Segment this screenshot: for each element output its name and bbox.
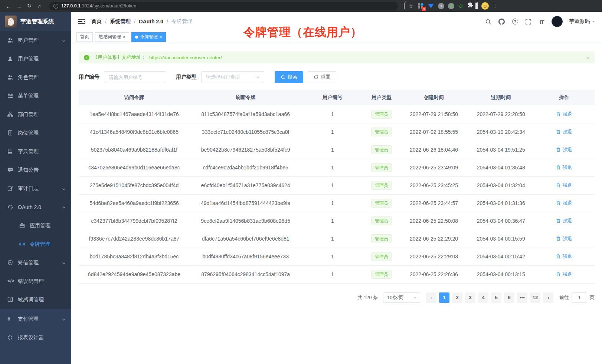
reset-button[interactable]: 重置 [308,71,336,83]
extension-gem-icon[interactable] [428,3,434,9]
force-logout-button[interactable]: 强退 [556,146,572,153]
browser-home-icon[interactable]: ⌂ [35,1,45,11]
user-id-cell: 1 [301,248,363,265]
sidebar-item-oauth-token[interactable]: 令牌管理 [0,235,71,254]
page-button-5[interactable]: 5 [491,292,501,303]
browser-menu-icon[interactable]: ⋮ [493,3,498,9]
sidebar-item-oauth[interactable]: OAuth 2.0 [0,198,71,216]
browser-back-icon[interactable]: ← [4,1,13,11]
username-label: 芋道源码 [569,18,590,25]
browser-forward-icon[interactable]: → [14,1,24,11]
address-bar[interactable]: i 127.0.0.1:1024/system/oauth2/token [49,2,398,10]
page-button-2[interactable]: 2 [452,292,462,303]
page-button-3[interactable]: 3 [465,292,475,303]
app-logo[interactable]: 芋道管理系统 [0,12,71,31]
help-question-icon[interactable]: ? [511,18,518,25]
browser-profile-avatar[interactable]: ☺ [481,2,489,10]
tab-close-icon[interactable]: × [160,34,162,40]
tab-label: 首页 [80,34,89,40]
force-logout-button[interactable]: 强退 [556,218,572,224]
sidebar-item-errcode[interactable]: </>错误码管理 [0,272,71,291]
action-cell: 强退 [534,248,595,265]
extension-circle-icon[interactable]: ✳ [438,3,444,9]
sidebar-item-sensitive[interactable]: 敏感词管理 [0,291,71,309]
search-button[interactable]: 搜索 [275,71,303,83]
sidebar-item-report[interactable]: 报表设计器 [0,328,71,347]
force-logout-button[interactable]: 强退 [556,129,572,135]
sidebar-item-role[interactable]: 角色管理 [0,68,71,87]
alert-doc-link[interactable]: https://doc.iocoder.cn/user-center/ [149,55,222,60]
sidebar-item-dept[interactable]: 部门管理 [0,105,71,124]
user-id-input[interactable] [104,71,166,83]
collapse-sidebar-icon[interactable] [78,19,85,24]
access-token-cell: 54d6be82ee5a460a9aedc1f9bf223656 [79,194,190,212]
annotation-token-management: 令牌管理（在线用户） [243,24,362,40]
sidebar-item-dict[interactable]: 字典管理 [0,142,71,161]
user-type-cell: 管理员 [363,230,399,248]
sidebar-item-sms[interactable]: 短信管理 [0,254,71,272]
sidebar-item-post[interactable]: 岗位管理 [0,124,71,142]
browser-reload-icon[interactable]: ↻ [24,1,34,11]
sidebar-item-menu[interactable]: 菜单管理 [0,87,71,105]
page-size-select[interactable]: 10条/页 [383,292,420,303]
sidebar-item-user[interactable]: 用户管理 [0,50,71,68]
breadcrumb-item[interactable]: 系统管理 [110,18,131,25]
user-type-badge: 管理员 [371,110,392,119]
user-id-cell: 1 [301,105,363,123]
github-icon[interactable] [498,18,505,25]
extension-recorder-icon[interactable] [448,3,454,9]
caret-down-icon [592,20,595,23]
side-panel-icon[interactable] [477,3,478,9]
goto-page-input[interactable] [572,292,587,303]
sidebar-item-notice[interactable]: 通知公告 [0,161,71,179]
tab-sensitive[interactable]: 敏感词管理× [95,32,129,42]
user-avatar[interactable] [552,16,563,27]
bookmark-star-icon[interactable]: ☆ [408,3,413,10]
success-check-icon: ✓ [84,55,89,60]
search-icon[interactable] [485,18,492,25]
extension-tampermonkey-icon[interactable]: 9 [417,3,424,9]
breadcrumb-item[interactable]: 首页 [91,18,102,25]
page-button-4[interactable]: 4 [478,292,488,303]
access-token-cell: f9336e7c7dd242a283ee98dc86b17a87 [79,230,190,248]
force-logout-label: 强退 [562,200,572,206]
alert-close-icon[interactable]: × [586,54,589,61]
goto-suffix: 页 [590,294,595,301]
force-logout-button[interactable]: 强退 [556,111,572,118]
force-logout-button[interactable]: 强退 [556,271,572,278]
extensions-puzzle-icon[interactable] [467,2,473,10]
page-button-1[interactable]: 1 [439,292,449,303]
font-size-icon[interactable]: tT [538,18,545,25]
sidebar-item-pay[interactable]: ¥支付管理 [0,310,71,328]
user-type-select[interactable]: 请选择用户类型 [201,71,264,83]
next-page-button[interactable]: › [543,292,553,303]
extension-star-icon[interactable]: ✩ [458,2,463,10]
user-menu[interactable]: 芋道源码 [569,18,595,25]
url-path: :1024/system/oauth2/token [81,3,136,9]
trash-icon [556,272,561,277]
breadcrumb-item[interactable]: OAuth 2.0 [139,19,163,24]
prev-page-button[interactable]: ‹ [426,292,436,303]
app-briefcase-icon [19,223,25,229]
share-icon[interactable] [404,3,405,9]
tab-token[interactable]: 令牌管理× [131,32,166,42]
sidebar-item-tenant[interactable]: 租户管理 [0,31,71,50]
force-logout-button[interactable]: 强退 [556,182,572,189]
force-logout-button[interactable]: 强退 [556,235,572,242]
force-logout-button[interactable]: 强退 [556,253,572,260]
force-logout-button[interactable]: 强退 [556,200,572,206]
sidebar-item-audit[interactable]: 审计日志 [0,179,71,198]
site-info-icon[interactable]: i [53,4,58,9]
breadcrumb-item: 令牌管理 [171,18,192,25]
sidebar-item-oauth-app[interactable]: 应用管理 [0,216,71,235]
user-id-cell: 1 [301,159,363,176]
tab-home[interactable]: 首页 [76,32,93,42]
breadcrumb-separator: / [167,19,168,24]
fullscreen-icon[interactable] [525,18,532,25]
access-token-cell: 275e5de9151045fe87cbdc395e004f4d [79,176,190,194]
page-button-6[interactable]: 6 [504,292,514,303]
page-button-12[interactable]: 12 [530,292,540,303]
tab-close-icon[interactable]: × [123,34,125,40]
force-logout-button[interactable]: 强退 [556,164,572,171]
more-pages-button[interactable]: ••• [517,292,527,303]
